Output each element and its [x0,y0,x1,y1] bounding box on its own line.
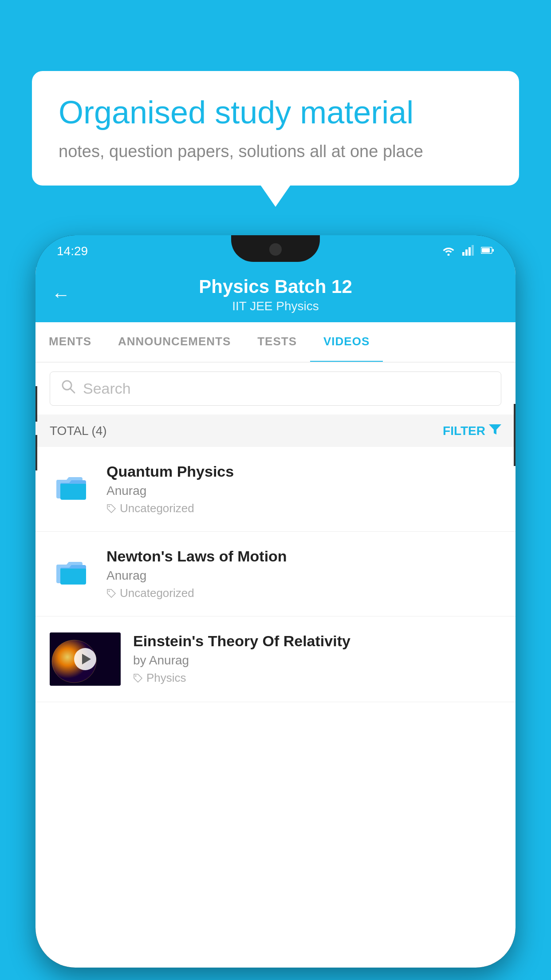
status-icons [442,245,494,257]
svg-point-0 [448,254,450,256]
list-item[interactable]: Einstein's Theory Of Relativity by Anura… [35,616,516,702]
app-subtitle: IIT JEE Physics [53,299,498,313]
folder-icon-newton [50,548,94,592]
svg-rect-3 [468,247,471,256]
video-title: Newton's Laws of Motion [106,548,501,565]
svg-point-13 [109,506,110,507]
video-tag: Physics [133,671,501,685]
speech-bubble-title: Organised study material [59,93,492,131]
status-bar: 14:29 [35,235,516,267]
filter-label: FILTER [443,424,485,438]
back-button[interactable]: ← [51,284,70,305]
phone-screen: ← Physics Batch 12 IIT JEE Physics MENTS… [35,267,516,968]
video-info-einstein: Einstein's Theory Of Relativity by Anura… [133,632,501,685]
status-time: 14:29 [57,244,88,258]
search-input-container[interactable]: Search [50,371,501,406]
svg-rect-7 [492,249,494,252]
list-item[interactable]: Quantum Physics Anurag Uncategorized [35,447,516,532]
svg-rect-15 [60,568,86,585]
power-button [514,404,516,466]
video-author: by Anurag [133,653,501,668]
filter-icon [489,423,501,438]
video-list: Quantum Physics Anurag Uncategorized [35,447,516,702]
video-tag: Uncategorized [106,502,501,515]
speech-bubble-subtitle: notes, question papers, solutions all at… [59,142,492,161]
phone: 14:29 [35,235,516,968]
svg-point-20 [135,675,137,676]
list-item[interactable]: Newton's Laws of Motion Anurag Uncategor… [35,532,516,616]
volume-up-button [35,386,37,422]
video-author: Anurag [106,484,501,498]
tabs-bar: MENTS ANNOUNCEMENTS TESTS VIDEOS [35,322,516,363]
volume-down-button [35,435,37,470]
filter-button[interactable]: FILTER [443,423,501,438]
video-thumbnail-einstein [50,632,121,686]
video-title: Einstein's Theory Of Relativity [133,632,501,650]
front-camera [269,243,282,256]
total-count: TOTAL (4) [50,424,107,438]
video-tag: Uncategorized [106,586,501,600]
play-button[interactable] [74,648,96,670]
tab-ments[interactable]: MENTS [35,322,105,362]
app-header: ← Physics Batch 12 IIT JEE Physics [35,267,516,322]
svg-point-16 [109,590,110,592]
tab-videos[interactable]: VIDEOS [310,322,383,363]
svg-rect-12 [60,483,86,500]
search-input[interactable]: Search [83,380,131,397]
svg-rect-4 [472,245,474,256]
svg-rect-6 [482,248,490,253]
folder-icon-quantum [50,463,94,507]
speech-bubble: Organised study material notes, question… [32,71,519,186]
video-info-newton: Newton's Laws of Motion Anurag Uncategor… [106,548,501,600]
svg-rect-1 [462,252,464,256]
svg-rect-2 [465,249,468,256]
svg-marker-10 [489,424,501,435]
filter-bar: TOTAL (4) FILTER [35,415,516,447]
battery-icon [481,246,494,257]
search-bar: Search [35,363,516,415]
video-author: Anurag [106,569,501,583]
video-title: Quantum Physics [106,463,501,480]
signal-icon [462,245,474,257]
tab-tests[interactable]: TESTS [244,322,310,362]
search-icon [61,379,76,398]
app-title: Physics Batch 12 [53,276,498,297]
wifi-icon [442,245,455,257]
video-info-quantum: Quantum Physics Anurag Uncategorized [106,463,501,515]
tab-announcements[interactable]: ANNOUNCEMENTS [105,322,244,362]
svg-line-9 [70,388,75,393]
